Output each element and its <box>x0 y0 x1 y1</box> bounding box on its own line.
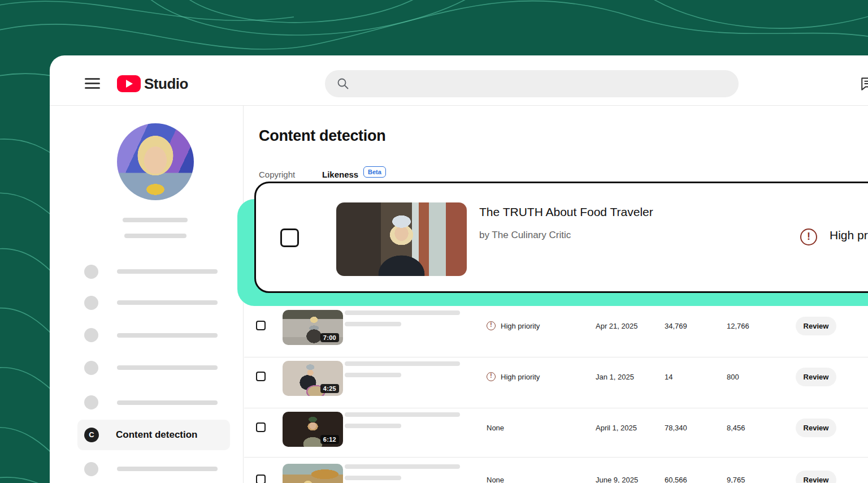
row-checkbox[interactable] <box>256 475 266 483</box>
priority-alert-icon <box>800 228 817 245</box>
feedback-icon[interactable] <box>860 76 868 91</box>
priority-label: None <box>487 476 504 483</box>
priority-label: None <box>487 424 504 432</box>
studio-wordmark: Studio <box>144 75 188 93</box>
table-row: None June 9, 2025 60,566 9,765 Review <box>0 460 868 483</box>
row-metric: 12,766 <box>727 322 749 330</box>
channel-name-skeleton <box>123 218 188 222</box>
row-date: June 9, 2025 <box>596 476 638 483</box>
channel-handle-skeleton <box>124 234 186 238</box>
video-title-skeleton <box>345 412 460 417</box>
sidebar-item-label-skeleton <box>117 300 218 305</box>
video-title-skeleton <box>345 464 460 469</box>
table-row: 7:00 High priority Apr 21, 2025 34,769 1… <box>0 306 868 358</box>
row-date: Jan 1, 2025 <box>596 373 634 381</box>
row-checkbox[interactable] <box>256 372 266 381</box>
featured-priority-label: High priority <box>830 228 868 242</box>
row-date: Apr 21, 2025 <box>596 322 637 330</box>
video-meta-skeleton <box>345 322 401 326</box>
video-title-skeleton <box>345 310 460 315</box>
row-metric: 9,765 <box>727 476 745 483</box>
video-title-skeleton <box>345 361 460 366</box>
row-views: 34,769 <box>665 322 687 330</box>
featured-video-thumbnail[interactable] <box>336 202 467 276</box>
review-button[interactable]: Review <box>796 317 836 335</box>
video-thumbnail[interactable]: 7:00 <box>283 310 343 345</box>
search-icon <box>336 77 350 90</box>
video-thumbnail[interactable]: 6:12 <box>283 412 343 447</box>
youtube-studio-logo[interactable]: Studio <box>117 75 188 93</box>
table-row: 6:12 None April 1, 2025 78,340 8,456 Rev… <box>0 408 868 460</box>
video-thumbnail[interactable]: 4:25 <box>283 361 343 396</box>
menu-hamburger-icon[interactable] <box>85 78 100 89</box>
row-views: 60,566 <box>665 476 687 483</box>
duration-badge: 6:12 <box>320 435 339 444</box>
video-thumbnail[interactable] <box>283 464 343 483</box>
review-button[interactable]: Review <box>796 419 836 437</box>
tab-likeness[interactable]: Likeness <box>322 170 358 179</box>
review-button[interactable]: Review <box>796 368 836 386</box>
youtube-play-icon <box>117 75 141 92</box>
priority-label: High priority <box>501 322 540 330</box>
table-row: 4:25 High priority Jan 1, 2025 14 800 Re… <box>0 357 868 409</box>
beta-badge: Beta <box>363 166 386 178</box>
row-views: 78,340 <box>665 424 687 432</box>
duration-badge: 4:25 <box>320 384 339 393</box>
screenshot-stage: Studio C Content detection Content detec… <box>0 0 868 483</box>
tab-copyright[interactable]: Copyright <box>259 170 295 179</box>
featured-checkbox[interactable] <box>280 228 299 247</box>
row-divider <box>244 457 868 458</box>
priority-alert-icon <box>487 372 496 381</box>
search-input[interactable] <box>325 70 739 97</box>
priority-label: High priority <box>501 373 540 381</box>
duration-badge: 7:00 <box>320 333 339 342</box>
sidebar-item-icon-skeleton <box>84 265 98 279</box>
row-checkbox[interactable] <box>256 422 266 432</box>
priority-alert-icon <box>487 321 496 330</box>
row-views: 14 <box>665 373 672 381</box>
row-metric: 800 <box>727 373 739 381</box>
row-date: April 1, 2025 <box>596 424 637 432</box>
header-divider <box>50 105 868 106</box>
video-meta-skeleton <box>345 476 401 480</box>
channel-avatar[interactable] <box>117 123 194 200</box>
review-button[interactable]: Review <box>796 471 836 483</box>
row-metric: 8,456 <box>727 424 745 432</box>
featured-video-byline: by The Culinary Critic <box>479 230 571 241</box>
video-meta-skeleton <box>345 373 401 377</box>
row-checkbox[interactable] <box>256 321 266 330</box>
page-title: Content detection <box>259 127 385 145</box>
video-meta-skeleton <box>345 424 401 428</box>
sidebar-item-label-skeleton <box>117 269 218 274</box>
featured-video-title[interactable]: The TRUTH About Food Traveler <box>479 205 653 219</box>
